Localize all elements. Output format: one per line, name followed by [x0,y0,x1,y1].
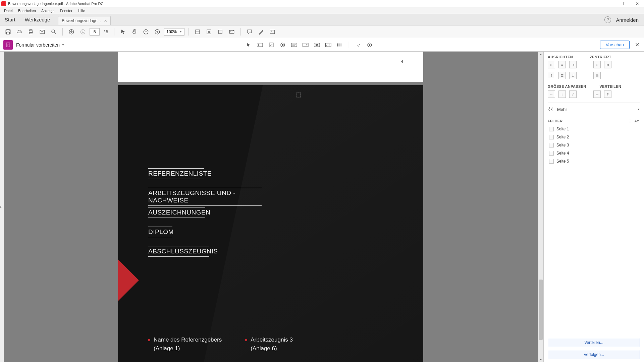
center-both-icon[interactable]: ⊞ [593,72,601,79]
left-expand-icon[interactable]: ▸ [0,205,2,208]
page-icon [549,127,554,131]
read-mode-icon[interactable] [227,27,236,37]
form-mode-title[interactable]: Formular vorbereiten ▼ [16,42,64,48]
dropdown-icon[interactable] [301,41,310,49]
chevron-down-icon: ▼ [637,108,640,111]
tab-start[interactable]: Start [0,14,20,25]
help-form-icon[interactable]: ? [365,41,374,49]
align-left-icon[interactable]: ⇤ [548,61,555,68]
butterfly-watermark-icon [126,360,150,362]
scroll-down-icon[interactable]: ▼ [538,357,543,362]
match-height-icon[interactable]: ↕ [558,90,566,98]
radio-icon[interactable] [278,41,287,49]
svg-rect-2 [7,32,10,34]
fit-width-icon[interactable] [193,27,202,37]
match-both-icon[interactable]: ⤢ [569,90,577,98]
search-icon[interactable] [49,27,58,37]
heading-diplom: DIPLOM [148,227,172,237]
distribute-v-icon[interactable]: ⇕ [604,90,611,98]
comment-icon[interactable] [245,27,254,37]
svg-rect-16 [270,30,275,34]
menu-datei[interactable]: Datei [1,9,15,13]
cloud-icon[interactable] [15,27,24,37]
listbox-icon[interactable] [290,41,299,49]
menubar: Datei Bearbeiten Anzeige Fenster Hilfe [0,7,644,14]
align-right-icon[interactable]: ⇥ [569,61,577,68]
hand-tool-icon[interactable] [130,27,139,37]
more-row[interactable]: Mehr ▼ [548,103,640,116]
tab-document[interactable]: Bewerbungsvorlage... ✕ [58,16,111,25]
document-area[interactable]: 4 REFERENZENLISTE ARBEITSZEUGNISSE UND -… [4,52,543,362]
page-down-icon[interactable] [78,27,88,37]
maximize-button[interactable]: ☐ [621,1,628,6]
checkbox-icon[interactable] [267,41,276,49]
button-field-icon[interactable]: OK [313,41,321,49]
pin-icon[interactable] [354,41,363,49]
fit-page-icon[interactable] [204,27,214,37]
align-middle-icon[interactable]: ≣ [558,72,566,79]
tab-document-label: Bewerbungsvorlage... [62,18,101,23]
select-tool-icon[interactable] [244,41,253,49]
mail-icon[interactable] [38,27,47,37]
align-center-h-icon[interactable]: ≡ [558,61,566,68]
close-button[interactable]: ✕ [634,1,641,6]
verfolgen-button[interactable]: Verfolgen... [548,350,640,359]
save-icon[interactable] [3,27,13,37]
signin-link[interactable]: Anmelden [616,17,639,23]
heading-arbeitszeugnisse: ARBEITSZEUGNISSE UND -NACHWEISE [148,188,262,206]
align-bottom-icon[interactable]: ⤓ [569,72,577,79]
match-width-icon[interactable]: ↔ [548,90,555,98]
red-triangle-decoration [118,259,139,301]
field-seite-1[interactable]: Seite 1 [548,126,640,132]
tab-close-icon[interactable]: ✕ [104,19,107,23]
distribute-h-icon[interactable]: ⇔ [593,90,601,98]
menu-fenster[interactable]: Fenster [57,9,75,13]
left-nav-strip[interactable]: ▸ [0,52,4,362]
menu-hilfe[interactable]: Hilfe [75,9,88,13]
center-h-icon[interactable]: ⊕ [593,61,601,68]
svg-rect-24 [303,43,309,47]
field-seite-3[interactable]: Seite 3 [548,142,640,148]
page-previous: 4 [118,52,423,82]
highlight-icon[interactable] [256,27,266,37]
verteilen-button[interactable]: Verteilen... [548,338,640,347]
rotate-icon[interactable] [216,27,225,37]
more-label: Mehr [557,107,634,112]
preview-button[interactable]: Vorschau [600,41,630,49]
close-formbar-icon[interactable]: ✕ [634,40,641,49]
sort-az-icon[interactable]: Aᴢ [633,118,640,124]
tab-werkzeuge[interactable]: Werkzeuge [20,14,55,25]
align-top-icon[interactable]: ⤒ [548,72,555,79]
svg-text:?: ? [369,43,371,46]
menu-bearbeiten[interactable]: Bearbeiten [15,9,39,13]
zoom-select[interactable]: 100% ▼ [164,28,184,36]
heading-auszeichnungen: AUSZEICHNUNGEN [148,207,205,218]
svg-text:OK: OK [316,44,318,46]
chevron-down-icon: ▼ [62,43,64,46]
zoom-in-icon[interactable] [153,27,162,37]
print-icon[interactable] [26,27,36,37]
page-up-icon[interactable] [67,27,76,37]
scroll-up-icon[interactable]: ▲ [538,52,543,56]
minimize-button[interactable]: — [608,1,615,6]
scrollbar[interactable]: ▲ ▼ [538,52,543,362]
scroll-thumb[interactable] [539,280,543,340]
sign-icon[interactable] [268,27,277,37]
page-icon [549,135,554,139]
app-icon [1,1,6,6]
menu-anzeige[interactable]: Anzeige [39,9,57,13]
bullet-left-line2: (Anlage 1) [148,345,222,352]
page-number-input[interactable] [90,28,100,36]
field-seite-4[interactable]: Seite 4 [548,150,640,157]
text-field-icon[interactable] [256,41,264,49]
selection-arrow-icon[interactable] [118,27,128,37]
field-seite-2[interactable]: Seite 2 [548,134,640,140]
zoom-out-icon[interactable] [141,27,151,37]
workspace: ▸ 4 REFERENZENLISTE ARBEITSZEUGNISSE UND… [0,52,644,362]
barcode-icon[interactable] [335,41,344,49]
center-v-icon[interactable]: ⊗ [604,61,611,68]
field-seite-5[interactable]: Seite 5 [548,158,640,165]
help-icon[interactable]: ? [604,16,611,23]
signature-field-icon[interactable] [324,41,333,49]
sort-icon[interactable]: ☰ [627,118,633,124]
